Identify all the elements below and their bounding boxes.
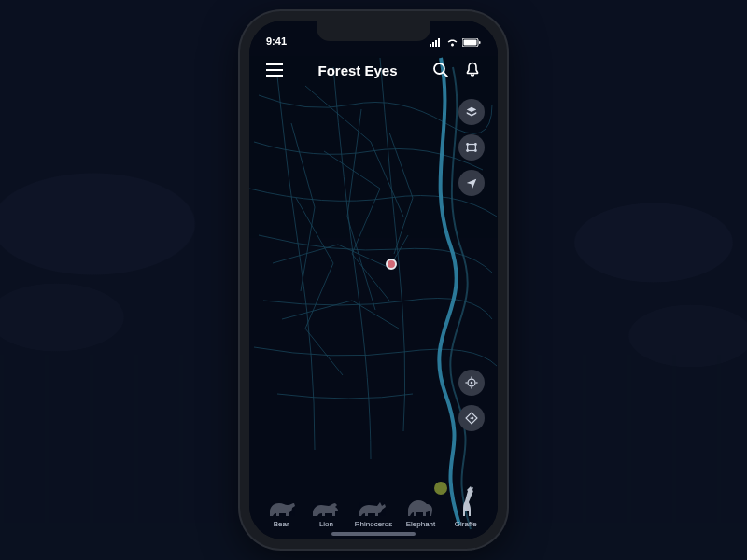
svg-rect-12 bbox=[468, 145, 476, 151]
current-location-marker[interactable] bbox=[386, 259, 397, 270]
animal-label: Giraffe bbox=[455, 520, 477, 528]
status-icons bbox=[430, 38, 481, 47]
lion-icon bbox=[310, 499, 342, 518]
recenter-button[interactable] bbox=[458, 370, 485, 396]
map-tools-bottom bbox=[458, 370, 485, 431]
target-crosshair-icon bbox=[465, 376, 478, 389]
svg-point-18 bbox=[471, 382, 473, 385]
phone-notch bbox=[317, 21, 430, 41]
search-icon bbox=[432, 62, 449, 78]
wifi-icon bbox=[446, 38, 458, 47]
battery-icon bbox=[462, 38, 481, 47]
svg-rect-7 bbox=[266, 63, 283, 65]
svg-rect-9 bbox=[266, 75, 283, 77]
svg-point-10 bbox=[434, 63, 444, 74]
animal-filter-elephant[interactable]: Elephant bbox=[404, 490, 438, 528]
layers-button[interactable] bbox=[458, 99, 485, 125]
menu-button[interactable] bbox=[264, 60, 285, 80]
signal-icon bbox=[430, 38, 443, 47]
rhino-icon bbox=[357, 499, 390, 518]
app-title: Forest Eyes bbox=[285, 63, 430, 78]
svg-rect-0 bbox=[430, 44, 431, 47]
bell-icon bbox=[465, 62, 480, 78]
animal-label: Elephant bbox=[406, 520, 436, 528]
status-time: 9:41 bbox=[266, 35, 287, 47]
bounds-button[interactable] bbox=[458, 134, 485, 161]
elephant-icon bbox=[404, 494, 438, 518]
map-tools-top bbox=[458, 99, 485, 196]
animal-label: Lion bbox=[319, 520, 333, 528]
home-indicator bbox=[331, 532, 416, 536]
animal-label: Bear bbox=[274, 520, 289, 528]
svg-point-14 bbox=[474, 143, 477, 146]
animal-filter-lion[interactable]: Lion bbox=[309, 490, 343, 528]
bear-icon bbox=[265, 497, 297, 518]
menu-icon bbox=[266, 63, 283, 77]
layers-icon bbox=[465, 105, 478, 119]
animal-filter-giraffe[interactable]: Giraffe bbox=[449, 490, 483, 528]
bounds-icon bbox=[465, 141, 478, 154]
animal-filter-row: Bear Lion Rhinoceros Elephant Giraffe bbox=[249, 490, 498, 528]
phone-screen: 9:41 Forest Eyes bbox=[249, 21, 498, 539]
directions-button[interactable] bbox=[458, 405, 485, 431]
animal-filter-rhinoceros[interactable]: Rhinoceros bbox=[355, 490, 392, 528]
phone-frame: 9:41 Forest Eyes bbox=[240, 11, 507, 549]
svg-rect-2 bbox=[435, 40, 437, 47]
search-button[interactable] bbox=[430, 60, 451, 80]
svg-point-16 bbox=[474, 149, 477, 152]
navigate-arrow-icon bbox=[465, 176, 478, 189]
svg-rect-5 bbox=[464, 40, 477, 46]
svg-rect-8 bbox=[266, 69, 283, 71]
animal-filter-bear[interactable]: Bear bbox=[264, 490, 298, 528]
app-header: Forest Eyes bbox=[249, 52, 498, 88]
animal-label: Rhinoceros bbox=[355, 520, 392, 528]
svg-point-13 bbox=[466, 143, 469, 146]
svg-rect-6 bbox=[479, 41, 481, 44]
navigate-button[interactable] bbox=[458, 170, 485, 196]
giraffe-icon bbox=[455, 486, 477, 518]
notifications-button[interactable] bbox=[462, 60, 483, 80]
svg-point-15 bbox=[466, 149, 469, 152]
svg-line-11 bbox=[444, 73, 447, 77]
svg-rect-3 bbox=[438, 38, 440, 47]
svg-rect-1 bbox=[432, 42, 434, 47]
directions-icon bbox=[465, 412, 478, 425]
